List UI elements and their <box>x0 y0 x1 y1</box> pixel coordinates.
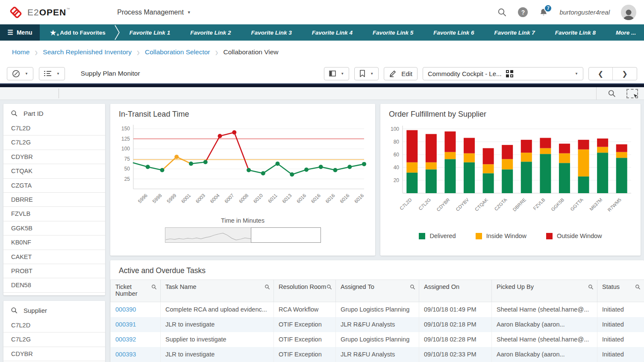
part-id-item[interactable]: GGK5B <box>3 221 105 235</box>
column-search-icon[interactable] <box>588 284 594 290</box>
part-id-item[interactable]: DBRRE <box>3 193 105 207</box>
divider-bar <box>0 83 644 87</box>
breadcrumb-link[interactable]: Collaboration Selector <box>145 48 210 56</box>
task-cell-assigned_to: Grupo Logistics Planning <box>336 302 419 317</box>
hamburger-icon: ☰ <box>7 29 13 36</box>
supplier-item[interactable]: C7L2D <box>3 318 105 333</box>
star-plus-icon: ★ <box>50 29 56 37</box>
part-id-item[interactable]: FZVLB <box>3 207 105 221</box>
tasks-title: Active and Overdue Tasks <box>110 260 644 278</box>
navigation-mode-button[interactable]: ▼ <box>7 67 33 80</box>
marquee-select-icon[interactable] <box>626 89 638 98</box>
column-search-icon[interactable] <box>326 284 332 290</box>
notifications-bell-icon[interactable]: 7 <box>539 8 548 17</box>
column-search-icon[interactable] <box>151 284 157 290</box>
task-cell-status: Initiated <box>597 317 644 332</box>
more-link[interactable]: More ... <box>616 29 636 36</box>
svg-text:GGK5B: GGK5B <box>550 197 565 212</box>
favorite-link-3[interactable]: Favorite Link 3 <box>251 29 291 36</box>
svg-text:6016: 6016 <box>353 193 365 204</box>
fulfillment-card: Order Fulfillment by Supplier 2040608010… <box>380 104 641 256</box>
brand: E2OPEN™ <box>9 5 70 20</box>
panel-layout-button[interactable]: ▼ <box>324 67 349 80</box>
task-cell-ticket[interactable]: 000393 <box>111 347 161 362</box>
favorite-link-5[interactable]: Favorite Link 5 <box>373 29 413 36</box>
search-icon[interactable] <box>497 8 507 17</box>
task-row[interactable]: 000392Supplier to investigateOTIF Except… <box>111 332 644 347</box>
part-id-item[interactable]: PROBT <box>3 264 105 278</box>
previous-button[interactable]: ❮ <box>589 68 613 80</box>
svg-text:5999: 5999 <box>166 193 177 204</box>
favorite-link-4[interactable]: Favorite Link 4 <box>312 29 353 36</box>
task-row[interactable]: 000391JLR to investigateOTIF ExceptionJL… <box>111 317 644 332</box>
part-id-item[interactable]: CZGTA <box>3 179 105 193</box>
task-cell-ticket[interactable]: 000390 <box>111 302 161 317</box>
next-button[interactable]: ❯ <box>613 68 637 80</box>
help-icon[interactable]: ? <box>518 7 528 17</box>
svg-text:6007: 6007 <box>223 193 235 204</box>
edit-button[interactable]: Edit <box>384 67 418 80</box>
task-row[interactable]: 000393JLR to investigateOTIF ExceptionJL… <box>111 347 644 362</box>
supplier-item[interactable]: C7L2G <box>3 333 105 347</box>
time-range-brush[interactable] <box>165 227 321 243</box>
add-to-favorites-button[interactable]: ★ Add to Favorites <box>40 24 114 41</box>
top-header: E2OPEN™ Process Management ▼ ? 7 burtong… <box>0 0 644 24</box>
avatar[interactable] <box>621 5 636 20</box>
task-cell-ticket[interactable]: 000391 <box>111 317 161 332</box>
lead-time-chart: 2550751001251505996599859996001600360046… <box>115 121 371 216</box>
column-search-icon[interactable] <box>265 284 270 290</box>
part-id-item[interactable]: CAKET <box>3 250 105 264</box>
column-header-assigned_to[interactable]: Assigned To <box>336 280 419 302</box>
legend-item-outside-window[interactable]: Outside Window <box>546 233 602 239</box>
svg-text:6016: 6016 <box>310 193 322 204</box>
column-header-task[interactable]: Task Name <box>161 280 274 302</box>
favorite-link-6[interactable]: Favorite Link 6 <box>433 29 474 36</box>
app-selector[interactable]: Process Management ▼ <box>117 9 191 16</box>
legend-item-inside-window[interactable]: Inside Window <box>476 233 526 239</box>
favorite-link-2[interactable]: Favorite Link 2 <box>190 29 231 36</box>
breadcrumb-link[interactable]: Search Replenished Inventory <box>43 48 132 56</box>
column-search-icon[interactable] <box>410 284 415 290</box>
svg-text:C7L2D: C7L2D <box>399 197 413 211</box>
task-cell-task: JLR to investigate <box>161 347 274 362</box>
favorite-link-8[interactable]: Favorite Link 8 <box>555 29 596 36</box>
chevron-down-icon: ▼ <box>56 72 60 76</box>
part-id-item[interactable]: KB0NF <box>3 235 105 250</box>
svg-text:6013: 6013 <box>281 193 293 204</box>
column-header-assigned_on[interactable]: Assigned On <box>419 280 492 302</box>
zoom-search-icon[interactable] <box>608 89 616 98</box>
column-search-icon[interactable] <box>635 284 641 290</box>
column-header-picked_up[interactable]: Picked Up By <box>492 280 597 302</box>
svg-text:60: 60 <box>394 152 400 158</box>
panel-icon <box>329 71 336 77</box>
brush-selection[interactable] <box>251 227 321 243</box>
bookmark-button[interactable]: ▼ <box>354 67 379 80</box>
search-icon[interactable] <box>11 307 18 314</box>
view-selector[interactable]: Commodity Cockpit - Le... ▼ <box>423 67 583 80</box>
lead-time-card: In-Transit Lead Time 2550751001251505996… <box>110 104 375 256</box>
part-id-item[interactable]: DEN58 <box>3 278 105 292</box>
username[interactable]: burtonguster4real <box>559 9 610 16</box>
legend-label: Delivered <box>429 233 456 239</box>
pager: ❮ ❯ <box>588 67 637 80</box>
task-row[interactable]: 000390Complete RCA and upload evidenc...… <box>111 302 644 317</box>
column-header-status[interactable]: Status <box>597 280 644 302</box>
column-header-ticket[interactable]: Ticket Number <box>111 280 161 302</box>
menu-button[interactable]: ☰ Menu <box>0 24 40 41</box>
search-icon[interactable] <box>11 110 18 117</box>
breadcrumb-separator: › <box>35 46 38 59</box>
task-cell-picked_up: Sheetal Harne (sheetal.harne@... <box>492 302 597 317</box>
list-view-button[interactable]: ▼ <box>39 67 65 80</box>
task-cell-ticket[interactable]: 000392 <box>111 332 161 347</box>
part-id-item[interactable]: CTQAK <box>3 164 105 178</box>
brand-name: E2OPEN™ <box>27 7 70 18</box>
column-header-room[interactable]: Resolution Room <box>274 280 336 302</box>
favorite-link-1[interactable]: Favorite Link 1 <box>129 29 170 36</box>
part-id-item[interactable]: C7L2D <box>3 121 105 135</box>
part-id-item[interactable]: CDYBR <box>3 150 105 164</box>
favorite-link-7[interactable]: Favorite Link 7 <box>494 29 535 36</box>
breadcrumb-link[interactable]: Home <box>12 48 29 56</box>
legend-item-delivered[interactable]: Delivered <box>419 233 456 239</box>
part-id-item[interactable]: C7L2G <box>3 135 105 150</box>
supplier-item[interactable]: CDYBR <box>3 347 105 361</box>
